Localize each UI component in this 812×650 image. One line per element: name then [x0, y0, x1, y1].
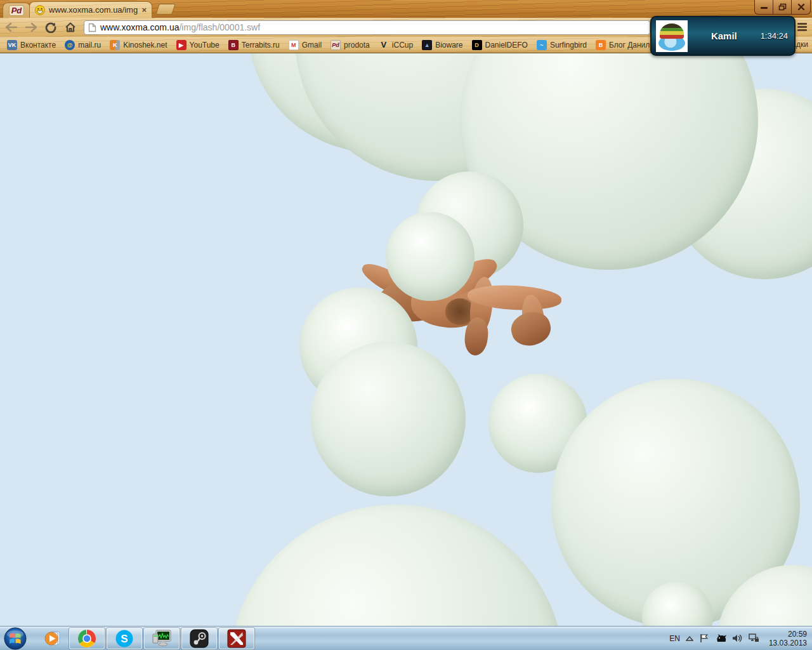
taskbar-apps: S [36, 628, 254, 649]
bookmark-label: Gmail [302, 41, 322, 50]
surfingbird-icon: ~ [537, 40, 547, 50]
taskbar-app-chrome[interactable] [69, 628, 105, 649]
smiley-favicon [35, 5, 45, 15]
bookmark-label: Terrabits.ru [242, 41, 280, 50]
chrome-icon [77, 629, 96, 648]
bookmark-item[interactable]: Pdprodota [327, 39, 373, 51]
system-monitor-icon [152, 629, 172, 648]
pinned-tab-prodota[interactable]: Pd [3, 3, 30, 18]
prodota-icon: Pd [9, 5, 25, 16]
bookmark-item[interactable]: ViCCup [376, 39, 416, 51]
bookmark-item[interactable]: ▶YouTube [173, 39, 223, 51]
url-domain: www.xoxma.com.ua [100, 22, 179, 32]
taskbar-app-windows-media-player[interactable] [38, 628, 67, 649]
bioware-icon: ▲ [422, 40, 432, 50]
danieldefo-icon: D [472, 40, 482, 50]
active-tab[interactable]: www.xoxma.com.ua/img/ × [29, 1, 152, 18]
home-button[interactable] [62, 20, 79, 35]
action-center-flag-icon[interactable] [699, 633, 709, 643]
minimize-button[interactable] [755, 0, 773, 14]
skype-avatar [656, 20, 688, 52]
bookmark-item[interactable]: KKinoshek.net [107, 39, 170, 51]
windows-media-player-icon [43, 629, 62, 648]
volume-icon[interactable] [732, 633, 743, 643]
bookmark-label: Surfingbird [550, 41, 587, 50]
reload-button[interactable] [43, 20, 59, 35]
back-button[interactable] [3, 20, 20, 35]
taskbar: S EN 20:59 13.03.2013 [0, 626, 812, 650]
bookmark-label: Kinoshek.net [123, 41, 167, 50]
bookmark-label: YouTube [190, 41, 219, 50]
bookmark-item[interactable]: BTerrabits.ru [225, 39, 283, 51]
window-controls [754, 0, 811, 15]
bookmark-label: mail.ru [78, 41, 101, 50]
vk-icon: VK [7, 40, 17, 50]
taskbar-app-steam[interactable] [181, 628, 217, 649]
restore-button[interactable] [773, 0, 792, 14]
bookmark-item[interactable]: DDanielDEFO [469, 39, 531, 51]
url-path: /img/flash/00001.swf [179, 22, 260, 32]
system-tray: EN 20:59 13.03.2013 [669, 630, 812, 647]
close-button[interactable] [792, 0, 810, 14]
desktop: Pd www.xoxma.com.ua/img/ × [0, 0, 812, 650]
skype-call-duration: 1:34:24 [761, 31, 788, 41]
iccup-icon: V [379, 40, 389, 50]
bookmark-label: DanielDEFO [485, 41, 528, 50]
youtube-icon: ▶ [176, 40, 187, 50]
new-tab-button[interactable] [155, 4, 176, 15]
prodota-icon: Pd [331, 40, 341, 50]
bookmark-item[interactable]: @mail.ru [62, 39, 104, 51]
tab-title: www.xoxma.com.ua/img/ [49, 5, 138, 15]
bookmarks-list: VKВконтакте@mail.ruKKinoshek.net▶YouTube… [4, 39, 667, 51]
bookmark-item[interactable]: ~Surfingbird [534, 39, 590, 51]
dota2-icon [227, 629, 246, 648]
bookmark-item[interactable]: ▲Bioware [419, 39, 466, 51]
tray-date: 13.03.2013 [769, 639, 807, 647]
language-indicator[interactable]: EN [669, 634, 680, 643]
network-icon[interactable] [749, 633, 759, 643]
blogger-icon: B [596, 40, 606, 50]
bubble [311, 342, 466, 496]
clock[interactable]: 20:59 13.03.2013 [765, 630, 807, 647]
address-bar[interactable]: www.xoxma.com.ua/img/flash/00001.swf [84, 20, 650, 35]
taskbar-app-skype[interactable]: S [107, 628, 142, 649]
bookmark-item[interactable]: MGmail [285, 39, 325, 51]
bookmark-label: Вконтакте [20, 41, 56, 50]
tab-strip: Pd www.xoxma.com.ua/img/ × [0, 0, 812, 18]
bookmark-label: iCCup [392, 41, 413, 50]
figure-part [508, 308, 554, 349]
gmail-icon: M [289, 40, 299, 50]
bubble [228, 505, 565, 626]
url-text: www.xoxma.com.ua/img/flash/00001.swf [100, 22, 260, 33]
skype-contact-name: Kamil [688, 30, 761, 41]
chrome-menu-icon[interactable] [797, 23, 807, 31]
skype-icon: S [115, 629, 134, 648]
tray-time: 20:59 [769, 630, 807, 639]
start-button[interactable] [3, 627, 27, 650]
bubble [386, 212, 475, 301]
terrabits-icon: B [228, 40, 239, 50]
bookmark-label: prodota [344, 41, 370, 50]
bookmark-item[interactable]: VKВконтакте [4, 39, 59, 51]
flash-plugin-area[interactable] [0, 53, 812, 626]
show-hidden-icons[interactable] [686, 636, 693, 641]
steam-icon [190, 629, 209, 648]
forward-button[interactable] [23, 20, 39, 35]
taskbar-app-dota2[interactable] [219, 628, 254, 649]
tab-close-icon[interactable]: × [141, 5, 147, 15]
kinoshek-icon: K [110, 40, 120, 50]
page-icon [88, 23, 96, 32]
svg-text:S: S [121, 633, 128, 645]
mailru-icon: @ [65, 40, 75, 50]
rasta-hat-icon [660, 23, 684, 39]
skype-call-overlay[interactable]: Kamil 1:34:24 [650, 16, 796, 56]
taskbar-app-system-monitor[interactable] [144, 628, 180, 649]
tray-utility-icon[interactable] [715, 633, 726, 643]
bookmark-label: Bioware [435, 41, 462, 50]
